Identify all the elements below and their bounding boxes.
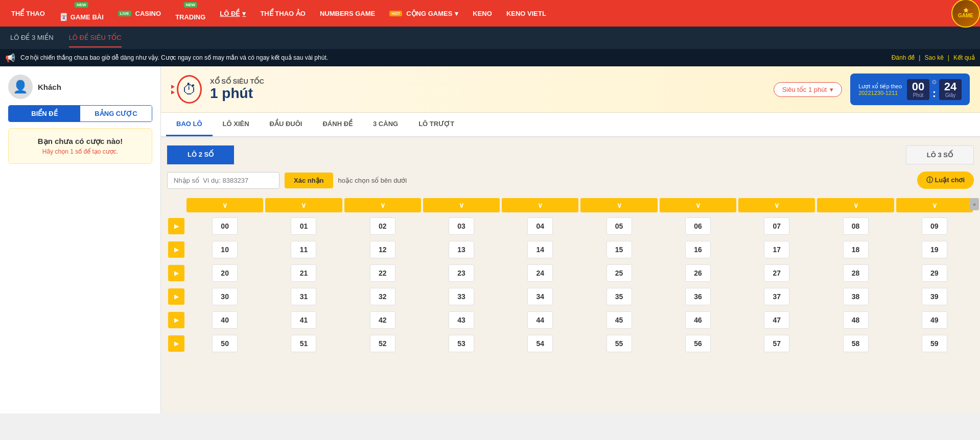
num-cell-14[interactable]: 14: [527, 241, 553, 258]
num-cell-48[interactable]: 48: [843, 311, 869, 329]
num-cell-53[interactable]: 53: [449, 335, 474, 352]
speed-button[interactable]: Siêu tốc 1 phút ▾: [774, 82, 843, 97]
nav-game-bai[interactable]: NEW 🃏 GAME BÀI: [52, 0, 111, 27]
num-cell-15[interactable]: 15: [606, 241, 632, 258]
num-cell-00[interactable]: 00: [212, 217, 238, 235]
sub-nav-lo-de-3-mien[interactable]: LÔ ĐỀ 3 MIỀN: [10, 29, 54, 47]
ticker-link-danh-de[interactable]: Đánh đề: [892, 54, 915, 61]
num-cell-03[interactable]: 03: [449, 217, 474, 235]
row-arrow-1[interactable]: [168, 241, 184, 258]
num-cell-01[interactable]: 01: [291, 217, 316, 235]
num-cell-32[interactable]: 32: [370, 288, 395, 305]
tab-danh-de[interactable]: ĐÁNH ĐỀ: [312, 113, 363, 136]
nav-the-thao[interactable]: THỂ THAO: [4, 0, 52, 27]
num-cell-29[interactable]: 29: [922, 264, 947, 282]
ticker-link-sao-ke[interactable]: Sao kê: [924, 54, 943, 61]
num-cell-36[interactable]: 36: [685, 288, 711, 305]
num-cell-58[interactable]: 58: [843, 335, 869, 352]
num-cell-22[interactable]: 22: [370, 264, 395, 282]
row-arrow-5[interactable]: [168, 335, 184, 352]
col-arrow-0[interactable]: [186, 198, 263, 212]
col-arrow-5[interactable]: [580, 198, 657, 212]
nav-keno[interactable]: KENO: [465, 0, 499, 27]
collapse-button[interactable]: «: [970, 198, 979, 210]
number-input[interactable]: [167, 172, 279, 189]
num-cell-44[interactable]: 44: [527, 311, 553, 329]
nav-the-thao-ao[interactable]: THỂ THAO ẢO: [253, 0, 313, 27]
col-arrow-9[interactable]: [896, 198, 973, 212]
num-cell-52[interactable]: 52: [370, 335, 395, 352]
num-cell-57[interactable]: 57: [764, 335, 789, 352]
num-cell-07[interactable]: 07: [764, 217, 789, 235]
nav-trading[interactable]: NEW TRADING: [168, 0, 213, 27]
num-cell-25[interactable]: 25: [606, 264, 632, 282]
num-cell-41[interactable]: 41: [291, 311, 316, 329]
tab-3-cang[interactable]: 3 CÀNG: [363, 113, 408, 136]
col-arrow-7[interactable]: [738, 198, 815, 212]
num-cell-59[interactable]: 59: [922, 335, 947, 352]
num-cell-24[interactable]: 24: [527, 264, 553, 282]
num-cell-23[interactable]: 23: [449, 264, 474, 282]
sub-nav-lo-de-sieu-toc[interactable]: LÔ ĐỀ SIÊU TỐC: [69, 29, 122, 47]
num-cell-17[interactable]: 17: [764, 241, 789, 258]
tab-bien-de[interactable]: BIỂN ĐỀ: [9, 106, 80, 121]
tab-lo-xien[interactable]: LÔ XIÊN: [213, 113, 260, 136]
num-cell-02[interactable]: 02: [370, 217, 395, 235]
num-cell-56[interactable]: 56: [685, 335, 711, 352]
num-cell-43[interactable]: 43: [449, 311, 474, 329]
num-cell-12[interactable]: 12: [370, 241, 395, 258]
ticker-link-ket-qua[interactable]: Kết quả: [953, 54, 975, 61]
col-arrow-6[interactable]: [660, 198, 736, 212]
nav-casino[interactable]: LIVE CASINO: [111, 0, 168, 27]
num-cell-37[interactable]: 37: [764, 288, 789, 305]
num-cell-09[interactable]: 09: [922, 217, 947, 235]
num-cell-47[interactable]: 47: [764, 311, 789, 329]
num-cell-18[interactable]: 18: [843, 241, 869, 258]
num-cell-05[interactable]: 05: [606, 217, 632, 235]
nav-lo-de[interactable]: LÔ ĐỀ ▾: [213, 0, 253, 27]
num-cell-11[interactable]: 11: [291, 241, 316, 258]
tab-bao-lo[interactable]: BAO LÔ: [166, 113, 213, 136]
col-arrow-1[interactable]: [265, 198, 342, 212]
num-cell-42[interactable]: 42: [370, 311, 395, 329]
col-arrow-4[interactable]: [502, 198, 578, 212]
lo-3-so-tab[interactable]: LÔ 3 SỐ: [906, 145, 974, 164]
num-cell-04[interactable]: 04: [527, 217, 553, 235]
num-cell-21[interactable]: 21: [291, 264, 316, 282]
num-cell-50[interactable]: 50: [212, 335, 238, 352]
nav-cong-games[interactable]: HOT CỘNG GAMES ▾: [382, 0, 465, 27]
num-cell-10[interactable]: 10: [212, 241, 238, 258]
num-cell-27[interactable]: 27: [764, 264, 789, 282]
num-cell-20[interactable]: 20: [212, 264, 238, 282]
num-cell-08[interactable]: 08: [843, 217, 869, 235]
confirm-button[interactable]: Xác nhận: [285, 173, 333, 188]
col-arrow-3[interactable]: [423, 198, 500, 212]
rules-button[interactable]: ⓘ Luật chơi: [917, 172, 974, 189]
num-cell-40[interactable]: 40: [212, 311, 238, 329]
num-cell-45[interactable]: 45: [606, 311, 632, 329]
tab-lo-truot[interactable]: LÔ TRƯỢT: [408, 113, 464, 136]
num-cell-13[interactable]: 13: [449, 241, 474, 258]
col-arrow-8[interactable]: [817, 198, 894, 212]
num-cell-16[interactable]: 16: [685, 241, 711, 258]
row-arrow-4[interactable]: [168, 312, 184, 328]
num-cell-54[interactable]: 54: [527, 335, 553, 352]
num-cell-39[interactable]: 39: [922, 288, 947, 305]
num-cell-38[interactable]: 38: [843, 288, 869, 305]
num-cell-28[interactable]: 28: [843, 264, 869, 282]
num-cell-55[interactable]: 55: [606, 335, 632, 352]
num-cell-26[interactable]: 26: [685, 264, 711, 282]
num-cell-06[interactable]: 06: [685, 217, 711, 235]
num-cell-49[interactable]: 49: [922, 311, 947, 329]
row-arrow-0[interactable]: [168, 218, 184, 234]
num-cell-30[interactable]: 30: [212, 288, 238, 305]
tab-dau-duoi[interactable]: ĐẦU ĐUÔI: [260, 113, 313, 136]
col-arrow-2[interactable]: [344, 198, 421, 212]
num-cell-46[interactable]: 46: [685, 311, 711, 329]
num-cell-33[interactable]: 33: [449, 288, 474, 305]
num-cell-51[interactable]: 51: [291, 335, 316, 352]
num-cell-31[interactable]: 31: [291, 288, 316, 305]
num-cell-34[interactable]: 34: [527, 288, 553, 305]
row-arrow-2[interactable]: [168, 265, 184, 281]
row-arrow-3[interactable]: [168, 288, 184, 305]
